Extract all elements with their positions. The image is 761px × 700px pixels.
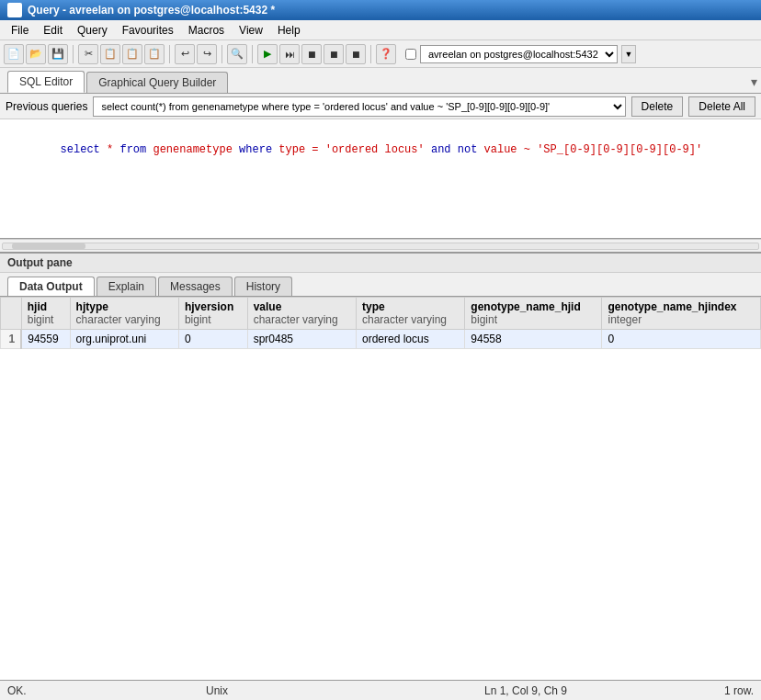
toolbar: 📄 📂 💾 ✂ 📋 📋 📋 ↩ ↪ 🔍 ▶ ⏭ ⏹ ⏹ ⏹ ❓ avreelan… (0, 40, 761, 68)
col-hjtype: hjtype character varying (70, 298, 178, 330)
sep3 (221, 45, 222, 63)
delete-all-btn[interactable]: Delete All (688, 96, 755, 117)
col-genotype-hjid: genotype_name_hjid bigint (465, 298, 602, 330)
menu-view[interactable]: View (232, 22, 270, 39)
paste2-btn[interactable]: 📋 (144, 44, 165, 64)
new-btn[interactable]: 📄 (4, 44, 24, 64)
tab-sql-editor[interactable]: SQL Editor (7, 71, 85, 93)
connection-select[interactable]: avreelan on postgres@localhost:5432 (420, 45, 618, 63)
find-btn[interactable]: 🔍 (227, 44, 247, 64)
status-bar: OK. Unix Ln 1, Col 9, Ch 9 1 row. (0, 680, 761, 700)
menu-file[interactable]: File (4, 22, 36, 39)
sql-content: select * from genenametype where type = … (7, 125, 754, 175)
cell-genotype-hjid: 94558 (465, 330, 602, 349)
delete-btn[interactable]: Delete (631, 96, 684, 117)
prev-queries-bar: Previous queries select count(*) from ge… (0, 94, 761, 119)
menu-macros[interactable]: Macros (181, 22, 232, 39)
prev-queries-label: Previous queries (6, 100, 87, 113)
conn-dropdown-btn[interactable]: ▼ (621, 45, 636, 63)
stop-btn[interactable]: ⏹ (301, 44, 322, 64)
stop2-btn[interactable]: ⏹ (324, 44, 344, 64)
tab-scroll-arrow[interactable]: ▾ (751, 74, 757, 89)
table-row: 1 94559 org.uniprot.uni 0 spr0485 ordere… (1, 330, 761, 349)
title-bar: Q Query - avreelan on postgres@localhost… (0, 0, 761, 20)
connection-area: avreelan on postgres@localhost:5432 ▼ (405, 45, 636, 63)
help-btn[interactable]: ❓ (376, 44, 396, 64)
cell-value: spr0485 (247, 330, 356, 349)
cell-hjtype: org.uniprot.uni (70, 330, 178, 349)
data-table: hjid bigint hjtype character varying hjv… (0, 297, 761, 349)
col-genotype-hjindex: genotype_name_hjindex integer (602, 298, 761, 330)
run-btn[interactable]: ▶ (257, 44, 278, 64)
scroll-thumb[interactable] (12, 243, 85, 249)
stop3-btn[interactable]: ⏹ (346, 44, 366, 64)
col-hjversion: hjversion bigint (178, 298, 247, 330)
menu-query[interactable]: Query (70, 22, 115, 39)
upper-pane: SQL Editor Graphical Query Builder ▾ Pre… (0, 68, 761, 252)
tab-messages[interactable]: Messages (158, 277, 233, 296)
tab-explain[interactable]: Explain (97, 277, 156, 296)
col-value: value character varying (247, 298, 356, 330)
output-pane-header: Output pane (0, 252, 761, 273)
col-hjid: hjid bigint (21, 298, 70, 330)
sep1 (73, 45, 74, 63)
output-tab-row: Data Output Explain Messages History (0, 273, 761, 297)
status-cursor: Ln 1, Col 9, Ch 9 (371, 684, 680, 697)
sql-editor[interactable]: select * from genenametype where type = … (0, 119, 761, 239)
status-rows: 1 row. (680, 684, 754, 697)
h-scrollbar[interactable] (0, 239, 761, 252)
lower-pane: Output pane Data Output Explain Messages… (0, 252, 761, 700)
prev-queries-select[interactable]: select count(*) from genenametype where … (93, 96, 625, 117)
cell-rownum: 1 (1, 330, 22, 349)
redo-btn[interactable]: ↪ (197, 44, 217, 64)
scroll-track (2, 243, 759, 250)
cell-type: ordered locus (357, 330, 465, 349)
main-container: SQL Editor Graphical Query Builder ▾ Pre… (0, 68, 761, 700)
menu-bar: File Edit Query Favourites Macros View H… (0, 20, 761, 40)
tab-graphical-query[interactable]: Graphical Query Builder (86, 72, 228, 93)
menu-help[interactable]: Help (270, 22, 308, 39)
col-type: type character varying (357, 298, 465, 330)
cut-btn[interactable]: ✂ (78, 44, 98, 64)
table-header-row: hjid bigint hjtype character varying hjv… (1, 298, 761, 330)
title-text: Query - avreelan on postgres@localhost:5… (28, 4, 275, 17)
menu-edit[interactable]: Edit (36, 22, 70, 39)
data-table-container[interactable]: hjid bigint hjtype character varying hjv… (0, 297, 761, 700)
app-icon: Q (7, 3, 22, 17)
cell-genotype-hjindex: 0 (602, 330, 761, 349)
cell-hjid: 94559 (21, 330, 70, 349)
status-ok: OK. (7, 684, 62, 697)
sep2 (169, 45, 170, 63)
status-encoding: Unix (62, 684, 371, 697)
tab-data-output[interactable]: Data Output (7, 277, 95, 296)
conn-checkbox[interactable] (405, 49, 416, 60)
cell-hjversion: 0 (178, 330, 247, 349)
copy-btn[interactable]: 📋 (100, 44, 120, 64)
open-btn[interactable]: 📂 (26, 44, 46, 64)
menu-favourites[interactable]: Favourites (115, 22, 181, 39)
sep4 (252, 45, 253, 63)
undo-btn[interactable]: ↩ (175, 44, 195, 64)
sep5 (370, 45, 371, 63)
run2-btn[interactable]: ⏭ (279, 44, 300, 64)
paste-btn[interactable]: 📋 (122, 44, 142, 64)
editor-tab-row: SQL Editor Graphical Query Builder ▾ (0, 68, 761, 94)
tab-history[interactable]: History (234, 277, 292, 296)
col-rownum (1, 298, 22, 330)
save-btn[interactable]: 💾 (48, 44, 68, 64)
